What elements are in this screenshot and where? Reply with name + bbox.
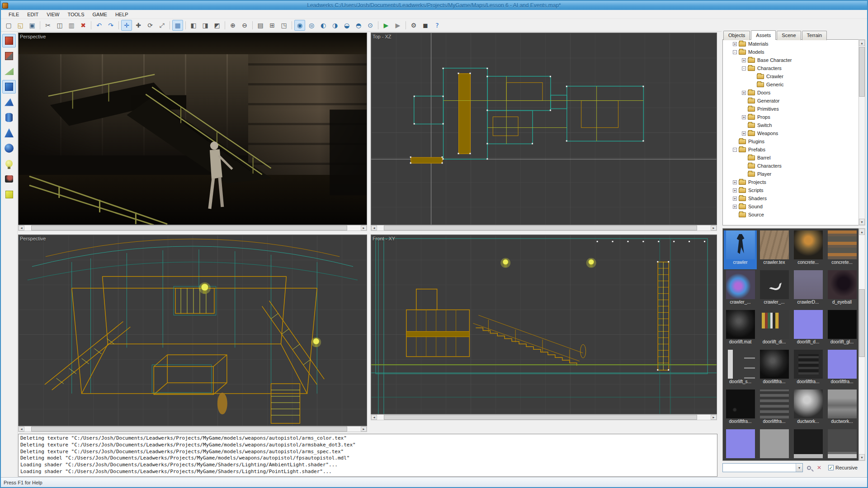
asset-thumbnail[interactable]: doorliftfra... [758, 350, 791, 389]
view-left-button[interactable]: ◒ [341, 20, 352, 31]
scrollbar-track[interactable] [859, 46, 865, 219]
tree-expander-icon[interactable]: + [733, 180, 737, 184]
asset-thumbnail[interactable] [758, 429, 791, 461]
asset-thumbnail[interactable]: concrete... [792, 230, 825, 269]
layout-split-button[interactable]: ◳ [278, 20, 289, 31]
tree-item[interactable]: Source [723, 211, 865, 219]
tree-item[interactable]: Characters [723, 162, 865, 170]
create-brush-box-tool[interactable] [2, 34, 16, 47]
asset-thumbnail[interactable]: concrete... [826, 230, 859, 269]
paste-button[interactable]: ▥ [66, 20, 77, 31]
tree-expander-icon[interactable]: - [733, 50, 737, 54]
asset-thumbnail[interactable]: crawler [724, 230, 757, 269]
create-wedge-tool[interactable] [2, 95, 16, 109]
tree-vscrollbar[interactable]: ▲ ▼ [859, 39, 865, 225]
asset-thumbnail[interactable]: crawler_... [724, 270, 757, 309]
scrollbar-track[interactable] [377, 225, 711, 230]
tree-item[interactable]: Crawler [723, 72, 865, 80]
asset-thumbnail[interactable]: doorliftfra... [826, 350, 859, 389]
scroll-left-button[interactable]: ◄ [19, 427, 24, 432]
tree-item[interactable]: + Base Character [723, 56, 865, 64]
create-cone-tool[interactable] [2, 126, 16, 140]
search-button[interactable] [804, 463, 813, 472]
view-perspective-button[interactable]: ⊙ [365, 20, 376, 31]
csg-subtract-tool[interactable] [2, 49, 16, 63]
asset-thumbnail[interactable]: doorliftfra... [724, 389, 757, 428]
create-model-tool[interactable] [2, 172, 16, 186]
rotate-tool-button[interactable]: ⟳ [145, 20, 156, 31]
create-light-tool[interactable] [2, 157, 16, 170]
menu-item[interactable]: HELP [111, 11, 132, 18]
tree-expander-icon[interactable]: - [733, 148, 737, 152]
create-sprite-tool[interactable] [2, 188, 16, 201]
scrollbar-thumb[interactable] [31, 427, 347, 432]
tree-expander-icon[interactable]: + [733, 205, 737, 209]
view-right-button[interactable]: ◓ [353, 20, 364, 31]
tree-item[interactable]: + Projects [723, 178, 865, 186]
asset-thumbnail-browser[interactable]: crawler crawler.tex concrete... concrete… [722, 228, 865, 461]
search-combo[interactable]: ▾ [722, 463, 803, 472]
scroll-left-button[interactable]: ◄ [371, 415, 377, 420]
debug-game-button[interactable]: ▶ [392, 20, 403, 31]
menu-item[interactable]: FILE [5, 11, 23, 18]
tree-item[interactable]: + Sound [723, 202, 865, 211]
asset-tree[interactable]: + Materials - Models + Base Character - … [722, 39, 865, 225]
tree-item[interactable]: Generic [723, 80, 865, 89]
menu-item[interactable]: EDIT [23, 11, 42, 18]
viewport-hscrollbar[interactable]: ◄ ► [371, 225, 717, 231]
options-button[interactable]: ⚙ [408, 20, 419, 31]
face-tool-button[interactable]: ◩ [212, 20, 222, 31]
cut-button[interactable]: ✂ [42, 20, 53, 31]
menu-item[interactable]: GAME [89, 11, 111, 18]
tree-item[interactable]: + Doors [723, 89, 865, 97]
scrollbar-thumb[interactable] [859, 289, 865, 357]
clear-search-button[interactable]: ✕ [815, 463, 824, 472]
asset-thumbnail[interactable]: doorliftfra... [758, 389, 791, 428]
help-button[interactable]: ? [432, 20, 443, 31]
scroll-left-button[interactable]: ◄ [19, 225, 24, 230]
asset-thumbnail[interactable] [792, 429, 825, 461]
scroll-right-button[interactable]: ► [711, 225, 717, 230]
tree-expander-icon[interactable]: + [733, 42, 737, 46]
title-bar[interactable]: Leadwerks C:/Users/Josh/Documents/Leadwe… [1, 1, 867, 10]
panel-tab[interactable]: Assets [751, 30, 776, 40]
tree-item[interactable]: + Scripts [723, 186, 865, 194]
delete-button[interactable]: ✖ [78, 20, 89, 31]
edge-tool-button[interactable]: ◨ [200, 20, 211, 31]
tree-expander-icon[interactable]: + [742, 131, 746, 136]
search-input[interactable] [723, 464, 796, 471]
scrollbar-thumb[interactable] [31, 225, 347, 230]
scroll-down-button[interactable]: ▼ [859, 219, 865, 225]
scroll-right-button[interactable]: ► [361, 427, 367, 432]
tree-expander-icon[interactable]: + [733, 197, 737, 201]
zoom-out-button[interactable]: ⊖ [239, 20, 250, 31]
tree-item[interactable]: - Characters [723, 64, 865, 72]
view-back-button[interactable]: ◑ [330, 20, 340, 31]
panel-tab[interactable]: Scene [777, 31, 801, 40]
thumbnails-vscrollbar[interactable]: ▲ ▼ [859, 228, 865, 461]
scroll-up-button[interactable]: ▲ [859, 229, 865, 235]
select-tool-button[interactable]: ✛ [121, 20, 132, 31]
tree-item[interactable]: - Prefabs [723, 145, 865, 154]
tree-expander-icon[interactable]: + [742, 115, 746, 119]
scrollbar-track[interactable] [24, 427, 361, 432]
tree-expander-icon[interactable]: + [742, 91, 746, 95]
tree-expander-icon[interactable]: - [742, 66, 746, 70]
viewport-hscrollbar[interactable]: ◄ ► [18, 225, 367, 231]
console-log[interactable]: Deleting texture "C:/Users/Josh/Document… [18, 434, 717, 477]
asset-thumbnail[interactable]: doorlift_di... [758, 310, 791, 349]
tree-expander-icon[interactable]: + [733, 188, 737, 192]
layout-single-button[interactable]: ▤ [255, 20, 266, 31]
asset-thumbnail[interactable]: doorliftfra... [792, 350, 825, 389]
tree-item[interactable]: Generator [723, 97, 865, 105]
zoom-in-button[interactable]: ⊕ [227, 20, 238, 31]
undo-button[interactable]: ↶ [94, 20, 104, 31]
tree-item[interactable]: + Props [723, 113, 865, 121]
layout-quad-button[interactable]: ⊞ [267, 20, 278, 31]
scrollbar-thumb[interactable] [384, 225, 698, 230]
create-wedge-green-tool[interactable] [2, 65, 16, 78]
copy-button[interactable]: ◫ [54, 20, 65, 31]
scroll-left-button[interactable]: ◄ [371, 225, 377, 230]
asset-thumbnail[interactable]: doorlift.mat [724, 310, 757, 349]
asset-thumbnail[interactable] [724, 429, 757, 461]
